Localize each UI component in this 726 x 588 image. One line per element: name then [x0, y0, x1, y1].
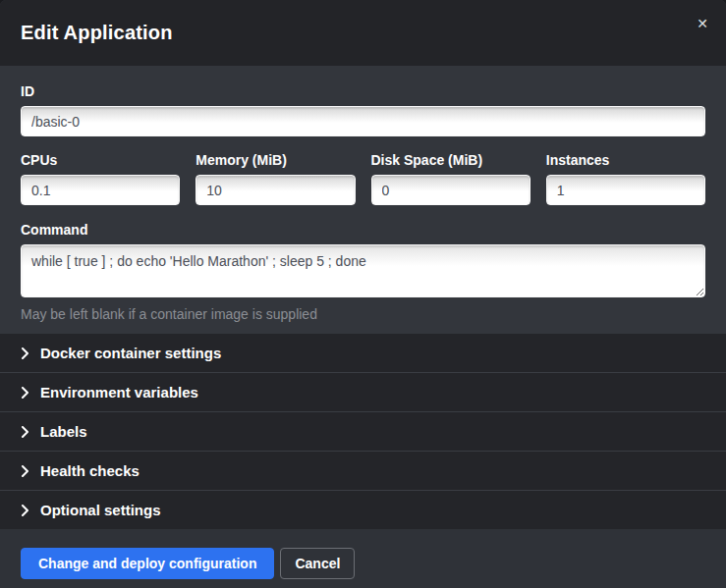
section-health-checks[interactable]: Health checks — [0, 451, 726, 490]
disk-label: Disk Space (MiB) — [371, 152, 531, 168]
command-input[interactable]: while [ true ] ; do echo 'Hello Marathon… — [21, 244, 705, 297]
section-docker-container-settings[interactable]: Docker container settings — [0, 334, 726, 372]
edit-application-modal: Edit Application ✕ ID CPUs Memory (MiB) … — [0, 0, 726, 588]
command-field-group: Command while [ true ] ; do echo 'Hello … — [21, 222, 705, 322]
disk-field-group: Disk Space (MiB) — [371, 152, 531, 205]
chevron-right-icon — [21, 347, 29, 359]
id-input[interactable] — [21, 106, 705, 136]
section-labels[interactable]: Labels — [0, 411, 726, 451]
disk-input[interactable] — [371, 175, 531, 205]
resources-row: CPUs Memory (MiB) Disk Space (MiB) Insta… — [21, 152, 705, 205]
section-label: Health checks — [40, 462, 140, 479]
section-label: Labels — [40, 423, 87, 440]
section-environment-variables[interactable]: Environment variables — [0, 372, 726, 411]
id-field-group: ID — [21, 83, 705, 136]
chevron-right-icon — [21, 465, 29, 477]
cancel-button[interactable]: Cancel — [280, 548, 355, 579]
chevron-right-icon — [21, 426, 29, 438]
section-label: Environment variables — [40, 384, 198, 401]
instances-field-group: Instances — [546, 152, 705, 205]
modal-footer: Change and deploy configuration Cancel — [0, 529, 726, 588]
modal-body: ID CPUs Memory (MiB) Disk Space (MiB) In… — [0, 66, 726, 529]
instances-input[interactable] — [546, 175, 705, 205]
cpus-field-group: CPUs — [21, 152, 180, 205]
section-optional-settings[interactable]: Optional settings — [0, 490, 726, 529]
memory-input[interactable] — [195, 175, 355, 205]
chevron-right-icon — [21, 387, 29, 399]
memory-label: Memory (MiB) — [195, 152, 355, 168]
change-and-deploy-button[interactable]: Change and deploy configuration — [21, 548, 274, 579]
accordion-sections: Docker container settings Environment va… — [0, 334, 726, 529]
section-label: Docker container settings — [40, 345, 221, 361]
cpus-label: CPUs — [21, 152, 180, 168]
id-label: ID — [21, 83, 705, 99]
modal-title: Edit Application — [21, 22, 173, 44]
command-help-text: May be left blank if a container image i… — [21, 306, 705, 322]
chevron-right-icon — [21, 505, 29, 516]
cpus-input[interactable] — [21, 175, 180, 205]
command-label: Command — [21, 222, 705, 238]
close-icon[interactable]: ✕ — [692, 13, 713, 34]
modal-header: Edit Application ✕ — [0, 0, 726, 66]
memory-field-group: Memory (MiB) — [195, 152, 355, 205]
instances-label: Instances — [546, 152, 705, 168]
section-label: Optional settings — [40, 502, 161, 518]
